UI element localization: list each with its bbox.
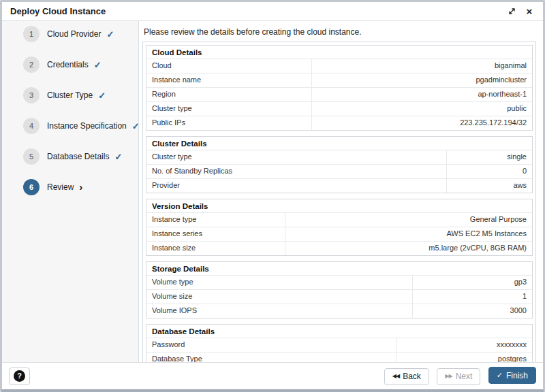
row-instance-size: Instance sizem5.large (2vCPU, 8GB RAM) xyxy=(146,241,532,255)
row-label: Volume IOPS xyxy=(146,304,413,318)
finish-button-label: Finish xyxy=(506,371,528,380)
wizard-step-cluster-type: 3Cluster Type✓ xyxy=(23,87,138,103)
row-value: 1 xyxy=(413,290,532,304)
row-public-ips: Public IPs223.235.172.194/32 xyxy=(146,116,532,130)
row-value: 0 xyxy=(447,165,532,178)
row-instance-series: Instance seriesAWS EC2 M5 Instances xyxy=(146,227,532,241)
wizard-step-review: 6Review› xyxy=(23,179,138,195)
row-value: ap-northeast-1 xyxy=(312,88,532,101)
maximize-icon[interactable] xyxy=(506,6,517,17)
deploy-cloud-instance-dialog: Deploy Cloud Instance × 1Cloud Provider✓… xyxy=(0,0,545,392)
row-label: No. of Standby Replicas xyxy=(146,165,447,178)
section-cluster-details: Cluster DetailsCluster typesingleNo. of … xyxy=(146,136,533,193)
dialog-body: 1Cloud Provider✓2Credentials✓3Cluster Ty… xyxy=(2,21,543,362)
step-number-badge: 4 xyxy=(23,118,40,134)
review-panel: Cloud DetailsCloudbiganimalInstance name… xyxy=(142,42,536,385)
step-label: Database Details xyxy=(47,152,109,161)
row-value: xxxxxxxx xyxy=(397,338,532,352)
section-title: Cloud Details xyxy=(146,46,532,59)
section-storage-details: Storage DetailsVolume typegp3Volume size… xyxy=(146,261,533,318)
check-icon: ✓ xyxy=(114,152,122,162)
row-instance-name: Instance namepgadmincluster xyxy=(146,73,532,87)
chevron-right-icon: › xyxy=(79,182,82,192)
row-value: 223.235.172.194/32 xyxy=(312,116,532,130)
next-button[interactable]: ▶▶Next xyxy=(437,368,480,385)
row-label: Cloud xyxy=(146,59,312,73)
dialog-titlebar: Deploy Cloud Instance × xyxy=(2,2,543,21)
row-value: public xyxy=(312,102,532,116)
help-button[interactable]: ? xyxy=(9,368,30,385)
row-provider: Provideraws xyxy=(146,178,532,193)
check-icon: ✓ xyxy=(98,91,106,101)
step-label: Cloud Provider xyxy=(47,29,101,39)
row-cloud: Cloudbiganimal xyxy=(146,59,532,73)
step-label: Instance Specification xyxy=(47,121,127,131)
row-value: aws xyxy=(447,179,532,193)
row-value: 3000 xyxy=(413,304,532,318)
row-label: Instance name xyxy=(146,74,312,87)
row-label: Instance type xyxy=(146,213,285,227)
row-label: Cluster type xyxy=(146,150,447,164)
section-title: Storage Details xyxy=(146,262,532,275)
back-button[interactable]: ◀◀Back xyxy=(384,368,429,385)
dialog-footer: ? ◀◀Back ▶▶Next ✓Finish xyxy=(2,362,543,389)
review-intro-text: Please review the details before creatin… xyxy=(144,27,536,37)
row-cluster-type: Cluster typesingle xyxy=(146,150,532,164)
row-region: Regionap-northeast-1 xyxy=(146,87,532,101)
wizard-step-cloud-provider: 1Cloud Provider✓ xyxy=(23,26,138,42)
row-label: Region xyxy=(146,88,312,101)
question-mark-icon: ? xyxy=(14,370,25,382)
footer-actions: ◀◀Back ▶▶Next ✓Finish xyxy=(379,367,536,385)
row-label: Volume size xyxy=(146,290,413,304)
step-label: Review xyxy=(47,182,74,192)
row-no-of-standby-replicas: No. of Standby Replicas0 xyxy=(146,164,532,178)
section-title: Database Details xyxy=(146,325,532,338)
dialog-title: Deploy Cloud Instance xyxy=(10,6,499,16)
row-instance-type: Instance typeGeneral Purpose xyxy=(146,212,532,227)
double-right-arrow-icon: ▶▶ xyxy=(445,374,452,379)
section-title: Version Details xyxy=(146,199,532,212)
row-value: gp3 xyxy=(413,276,532,289)
step-number-badge: 2 xyxy=(23,56,40,73)
check-icon: ✓ xyxy=(106,29,114,39)
step-number-badge: 6 xyxy=(23,179,40,195)
section-title: Cluster Details xyxy=(146,137,532,150)
row-value: biganimal xyxy=(312,59,532,73)
row-label: Password xyxy=(146,338,397,352)
review-content: Please review the details before creatin… xyxy=(139,21,543,362)
double-left-arrow-icon: ◀◀ xyxy=(392,374,399,379)
step-label: Cluster Type xyxy=(47,91,93,100)
row-label: Volume type xyxy=(146,276,413,289)
row-label: Provider xyxy=(146,179,447,193)
wizard-step-database-details: 5Database Details✓ xyxy=(23,148,138,165)
wizard-step-credentials: 2Credentials✓ xyxy=(23,56,138,73)
check-icon: ✓ xyxy=(94,60,102,70)
step-number-badge: 1 xyxy=(23,26,40,42)
section-version-details: Version DetailsInstance typeGeneral Purp… xyxy=(146,199,533,256)
check-icon: ✓ xyxy=(497,372,503,379)
close-icon[interactable]: × xyxy=(524,6,535,17)
row-value: General Purpose xyxy=(285,213,532,227)
wizard-step-instance-specification: 4Instance Specification✓ xyxy=(23,118,138,134)
row-cluster-type: Cluster typepublic xyxy=(146,101,532,116)
row-label: Instance series xyxy=(146,227,285,241)
back-button-label: Back xyxy=(403,372,421,381)
row-volume-size: Volume size1 xyxy=(146,289,532,304)
row-value: m5.large (2vCPU, 8GB RAM) xyxy=(285,242,532,255)
row-label: Public IPs xyxy=(146,116,312,130)
finish-button[interactable]: ✓Finish xyxy=(488,367,536,384)
step-number-badge: 3 xyxy=(23,87,40,103)
section-cloud-details: Cloud DetailsCloudbiganimalInstance name… xyxy=(146,45,533,131)
step-number-badge: 5 xyxy=(23,148,40,165)
row-value: AWS EC2 M5 Instances xyxy=(285,227,532,241)
step-label: Credentials xyxy=(47,60,89,69)
row-value: single xyxy=(447,150,532,164)
row-volume-iops: Volume IOPS3000 xyxy=(146,304,532,318)
row-label: Instance size xyxy=(146,242,285,255)
row-label: Cluster type xyxy=(146,102,312,116)
row-value: pgadmincluster xyxy=(312,74,532,87)
row-volume-type: Volume typegp3 xyxy=(146,275,532,289)
wizard-steps-sidebar: 1Cloud Provider✓2Credentials✓3Cluster Ty… xyxy=(2,21,139,362)
row-password: Passwordxxxxxxxx xyxy=(146,338,532,352)
next-button-label: Next xyxy=(456,372,473,381)
